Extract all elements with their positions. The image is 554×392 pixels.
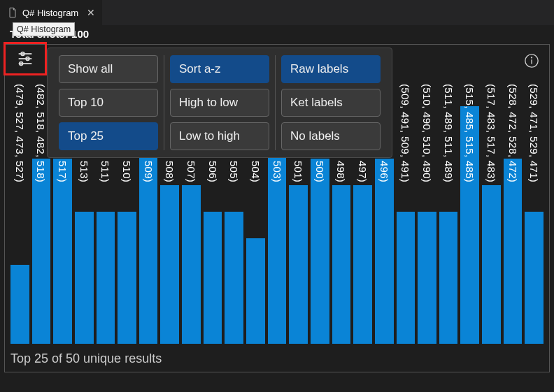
info-button[interactable] bbox=[523, 52, 541, 70]
top25-button[interactable]: Top 25 bbox=[59, 122, 158, 150]
tab-histogram[interactable]: Q# Histogram ✕ bbox=[0, 0, 102, 25]
bar[interactable]: (517, 483, 517, 483) bbox=[482, 80, 501, 344]
bar-label: (528, 472, 528, 472) bbox=[507, 84, 519, 182]
low-to-high-button[interactable]: Low to high bbox=[170, 122, 269, 150]
no-labels-button[interactable]: No labels bbox=[281, 122, 381, 150]
top10-button[interactable]: Top 10 bbox=[59, 89, 158, 117]
info-icon bbox=[524, 53, 539, 68]
display-options-popup: Show all Top 10 Top 25 Sort a-z High to … bbox=[47, 48, 392, 158]
labels-col: Raw labels Ket labels No labels bbox=[275, 55, 386, 150]
bar-label: (479, 527, 473, 527) bbox=[14, 84, 26, 182]
sort-col: Sort a-z High to low Low to high bbox=[164, 55, 275, 150]
bar-label: (510, 490, 510, 490) bbox=[421, 84, 433, 182]
close-icon[interactable]: ✕ bbox=[87, 7, 95, 18]
tab-bar: Q# Histogram ✕ bbox=[0, 0, 554, 25]
bar-label: (482, 518, 482, 518) bbox=[35, 84, 47, 182]
filter-col: Show all Top 10 Top 25 bbox=[53, 55, 164, 150]
bar-label: (511, 489, 511, 489) bbox=[443, 84, 455, 182]
svg-point-8 bbox=[532, 57, 532, 58]
total-shots-label: Total shots: 100 bbox=[0, 25, 554, 44]
histogram-panel: Show all Top 10 Top 25 Sort a-z High to … bbox=[4, 44, 550, 372]
bar[interactable]: (479, 527, 473, 527) bbox=[10, 80, 29, 344]
ket-labels-button[interactable]: Ket labels bbox=[281, 89, 381, 117]
show-all-button[interactable]: Show all bbox=[59, 55, 158, 83]
tab-title: Q# Histogram bbox=[22, 8, 78, 18]
bar[interactable]: (515, 485, 515, 485) bbox=[460, 80, 479, 344]
tab-tooltip: Q# Histogram bbox=[13, 22, 75, 36]
bar-label: (529, 471, 529, 471) bbox=[528, 84, 540, 182]
bar[interactable]: (511, 489, 511, 489) bbox=[439, 80, 458, 344]
bar-label: (515, 485, 515, 485) bbox=[464, 84, 476, 182]
bar-label: (509, 491, 509, 491) bbox=[399, 84, 411, 182]
bar-label: (517, 483, 517, 483) bbox=[485, 84, 497, 182]
bar[interactable]: (528, 472, 528, 472) bbox=[504, 80, 523, 344]
sort-az-button[interactable]: Sort a-z bbox=[170, 55, 269, 83]
high-to-low-button[interactable]: High to low bbox=[170, 89, 269, 117]
footer-summary: Top 25 of 50 unique results bbox=[10, 351, 162, 366]
sliders-icon bbox=[15, 49, 36, 68]
bar[interactable]: (509, 491, 509, 491) bbox=[397, 80, 416, 344]
file-icon bbox=[7, 7, 18, 18]
bar[interactable]: (510, 490, 510, 490) bbox=[418, 80, 436, 344]
settings-button[interactable] bbox=[3, 42, 47, 75]
raw-labels-button[interactable]: Raw labels bbox=[281, 55, 381, 83]
bar[interactable]: (529, 471, 529, 471) bbox=[525, 80, 544, 344]
